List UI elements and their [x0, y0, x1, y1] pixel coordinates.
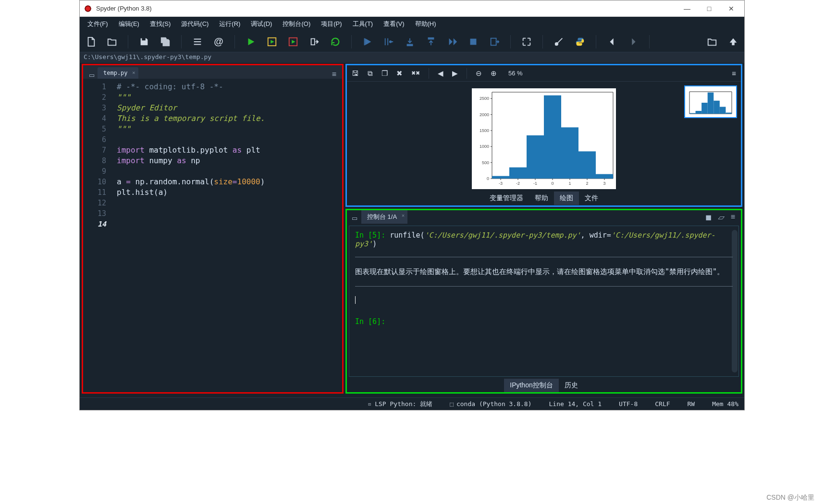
- clear-console-icon[interactable]: ▱: [717, 213, 725, 222]
- menu-help[interactable]: 帮助(H): [410, 18, 441, 30]
- zoom-out-icon[interactable]: ⊖: [476, 69, 482, 78]
- run-cell-icon[interactable]: [265, 35, 279, 49]
- code-editor[interactable]: 1234567891011121314 # -*- coding: utf-8 …: [83, 79, 342, 392]
- status-env[interactable]: ⬚conda (Python 3.8.8): [450, 400, 531, 408]
- svg-text:1: 1: [568, 181, 571, 186]
- console-message: 图表现在默认显示于绘图窗格上。要想让其也在终端行中显示，请在绘图窗格选项菜单中取…: [355, 266, 733, 277]
- menu-projects[interactable]: 项目(P): [316, 18, 346, 30]
- forward-icon[interactable]: [626, 35, 640, 49]
- watermark: CSDN @小哈里: [766, 493, 814, 502]
- console-tab[interactable]: 控制台 1/A ×: [361, 210, 407, 224]
- status-lsp[interactable]: ⟐LSP Python: 就绪: [368, 400, 432, 408]
- maximize-pane-icon[interactable]: [519, 35, 534, 49]
- run-icon[interactable]: [244, 35, 258, 49]
- svg-rect-14: [492, 176, 509, 179]
- svg-text:2: 2: [586, 181, 588, 186]
- next-plot-icon[interactable]: ▶: [452, 69, 458, 78]
- close-tab-icon[interactable]: ×: [132, 70, 135, 76]
- separator: [510, 35, 511, 48]
- rerun-icon[interactable]: [328, 35, 343, 49]
- plot-thumbnail[interactable]: [684, 85, 737, 118]
- working-dir-browse-icon[interactable]: [705, 35, 719, 49]
- status-eol[interactable]: CRLF: [655, 400, 670, 408]
- prev-plot-icon[interactable]: ◀: [438, 69, 443, 78]
- svg-text:-1: -1: [533, 181, 537, 186]
- svg-text:-3: -3: [499, 181, 503, 186]
- menu-debug[interactable]: 调试(D): [246, 18, 277, 30]
- svg-rect-19: [578, 151, 596, 179]
- open-file-icon[interactable]: [105, 35, 119, 49]
- back-icon[interactable]: [605, 35, 619, 49]
- menu-source[interactable]: 源代码(C): [176, 18, 213, 30]
- run-selection-icon[interactable]: [307, 35, 321, 49]
- menu-tools[interactable]: 工具(T): [348, 18, 378, 30]
- close-button[interactable]: ✕: [720, 1, 742, 16]
- debug-continue-icon[interactable]: [445, 35, 459, 49]
- svg-text:1000: 1000: [480, 144, 489, 149]
- svg-rect-56: [713, 101, 720, 114]
- outline-icon[interactable]: [190, 35, 205, 49]
- interrupt-kernel-icon[interactable]: ◼: [705, 213, 712, 222]
- spyder-icon: [84, 4, 92, 13]
- menu-search[interactable]: 查找(S): [145, 18, 175, 30]
- save-all-plots-icon[interactable]: ⧉: [368, 69, 373, 78]
- editor-tab[interactable]: temp.py ×: [98, 67, 138, 79]
- svg-text:-2: -2: [516, 181, 520, 186]
- debug-step-in-icon[interactable]: [403, 35, 417, 49]
- titlebar: Spyder (Python 3.8) — □ ✕: [80, 0, 744, 17]
- debug-step-icon[interactable]: [381, 35, 396, 49]
- remove-all-plots-icon[interactable]: ✖✖: [411, 70, 420, 76]
- maximize-button[interactable]: □: [698, 1, 720, 16]
- code-content[interactable]: # -*- coding: utf-8 -*-"""Spyder EditorT…: [113, 79, 342, 392]
- zoom-in-icon[interactable]: ⊕: [491, 69, 497, 78]
- browse-consoles-icon[interactable]: ▭: [350, 215, 361, 224]
- separator: [542, 35, 543, 48]
- save-plot-icon[interactable]: 🖫: [352, 69, 359, 77]
- console-scrollbar[interactable]: [732, 230, 738, 372]
- new-file-icon[interactable]: [84, 35, 98, 49]
- console-options-icon[interactable]: ≡: [731, 213, 735, 222]
- debug-exit-icon[interactable]: [487, 35, 502, 49]
- browse-tabs-icon[interactable]: ▭: [86, 72, 98, 79]
- svg-rect-57: [720, 107, 726, 114]
- svg-rect-55: [708, 93, 714, 114]
- tab-help[interactable]: 帮助: [529, 192, 554, 205]
- debug-start-icon[interactable]: [360, 35, 375, 49]
- debug-step-out-icon[interactable]: [424, 35, 438, 49]
- tab-history[interactable]: 历史: [559, 379, 584, 392]
- remove-plot-icon[interactable]: ✖: [396, 69, 403, 78]
- editor-options-icon[interactable]: ≡: [329, 70, 339, 79]
- plot-options-icon[interactable]: ≡: [732, 69, 736, 77]
- tab-ipython-console[interactable]: IPython控制台: [504, 379, 558, 392]
- copy-plot-icon[interactable]: ❐: [381, 69, 388, 78]
- plot-toolbar: 🖫 ⧉ ❐ ✖ ✖✖ ◀ ▶ ⊖ ⊕ 56 % ≡: [347, 65, 741, 82]
- tab-plots[interactable]: 绘图: [554, 192, 579, 205]
- debug-stop-icon[interactable]: [466, 35, 480, 49]
- menu-view[interactable]: 查看(V): [379, 18, 409, 30]
- tab-variable-explorer[interactable]: 变量管理器: [484, 192, 529, 205]
- menu-consoles[interactable]: 控制台(O): [278, 18, 315, 30]
- svg-point-3: [390, 41, 392, 43]
- menu-run[interactable]: 运行(R): [214, 18, 245, 30]
- minimize-button[interactable]: —: [676, 1, 698, 16]
- menu-edit[interactable]: 编辑(E): [114, 18, 144, 30]
- status-encoding[interactable]: UTF-8: [619, 400, 638, 408]
- save-all-icon[interactable]: [158, 35, 172, 49]
- ipython-console[interactable]: In [5]: runfile('C:/Users/gwj11/.spyder-…: [349, 226, 739, 377]
- svg-rect-5: [429, 37, 434, 39]
- run-cell-advance-icon[interactable]: [286, 35, 300, 49]
- svg-point-8: [555, 42, 558, 45]
- at-icon[interactable]: @: [211, 35, 226, 49]
- preferences-icon[interactable]: [552, 35, 566, 49]
- python-path-icon[interactable]: [573, 35, 587, 49]
- svg-text:3: 3: [603, 181, 605, 186]
- editor-tab-label: temp.py: [103, 70, 128, 76]
- working-dir-up-icon[interactable]: [726, 35, 740, 49]
- tab-files[interactable]: 文件: [579, 192, 604, 205]
- close-console-tab-icon[interactable]: ×: [402, 213, 405, 218]
- svg-text:500: 500: [482, 160, 489, 165]
- save-icon[interactable]: [137, 35, 151, 49]
- svg-rect-16: [527, 135, 544, 179]
- console-pane: ▭ 控制台 1/A × ◼ ▱ ≡ In [5]: run: [345, 209, 742, 394]
- menu-file[interactable]: 文件(F): [83, 18, 113, 30]
